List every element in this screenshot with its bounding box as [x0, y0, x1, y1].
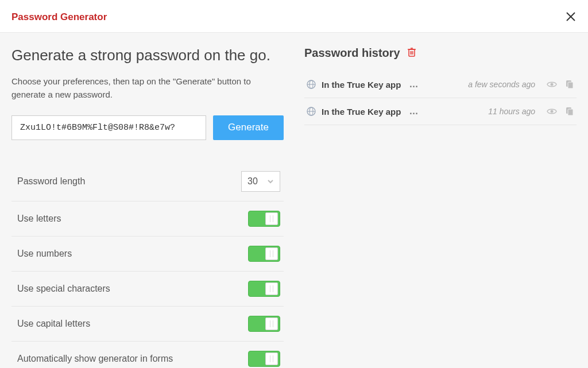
svg-point-17	[551, 110, 554, 113]
history-item-time: a few seconds ago	[468, 80, 535, 89]
history-item-label: In the True Key app	[322, 107, 401, 117]
password-output[interactable]	[11, 115, 206, 140]
svg-rect-19	[568, 109, 573, 115]
svg-rect-13	[568, 82, 573, 88]
option-row-numbers: Use numbers	[11, 237, 284, 272]
history-header: Password history	[304, 47, 577, 60]
history-item-actions	[547, 79, 574, 90]
generator-panel: Generate a strong password on the go. Ch…	[0, 33, 294, 368]
history-item-ellipsis: …	[409, 79, 418, 90]
special-toggle[interactable]	[248, 281, 280, 297]
special-label: Use special characters	[17, 284, 110, 294]
modal-header: Password Generator	[0, 0, 588, 33]
letters-label: Use letters	[17, 214, 61, 224]
copy-button[interactable]	[564, 106, 574, 117]
length-value: 30	[247, 176, 261, 187]
option-row-autoshow: Automatically show generator in forms	[11, 342, 284, 369]
clear-history-button[interactable]	[407, 47, 416, 60]
modal-title: Password Generator	[11, 11, 107, 23]
capital-toggle[interactable]	[248, 316, 280, 332]
generator-heading: Generate a strong password on the go.	[11, 47, 284, 64]
generate-button[interactable]: Generate	[213, 115, 284, 140]
globe-icon	[307, 80, 316, 89]
history-item: In the True Key app … a few seconds ago	[304, 71, 577, 98]
history-title: Password history	[304, 47, 400, 60]
svg-point-11	[551, 83, 554, 86]
capital-label: Use capital letters	[17, 319, 90, 329]
numbers-toggle[interactable]	[248, 246, 280, 262]
length-select[interactable]: 30	[241, 171, 280, 192]
globe-icon	[307, 107, 316, 116]
reveal-button[interactable]	[547, 106, 557, 117]
chevron-down-icon	[267, 178, 274, 185]
option-row-length: Password length 30	[11, 162, 284, 202]
close-button[interactable]	[565, 9, 577, 25]
history-item-ellipsis: …	[409, 106, 418, 117]
letters-toggle[interactable]	[248, 211, 280, 227]
history-item: In the True Key app … 11 hours ago	[304, 98, 577, 125]
autoshow-label: Automatically show generator in forms	[17, 354, 173, 364]
reveal-button[interactable]	[547, 79, 557, 90]
copy-button[interactable]	[564, 79, 574, 90]
history-item-label: In the True Key app	[322, 80, 401, 90]
option-row-special: Use special characters	[11, 272, 284, 307]
trash-icon	[407, 47, 416, 57]
generate-row: Generate	[11, 115, 284, 140]
length-label: Password length	[17, 176, 85, 187]
autoshow-toggle[interactable]	[248, 351, 280, 367]
modal-body: Generate a strong password on the go. Ch…	[0, 33, 588, 368]
generator-subheading: Choose your preferences, then tap on the…	[11, 75, 284, 102]
close-icon	[565, 11, 577, 22]
numbers-label: Use numbers	[17, 249, 72, 259]
history-item-actions	[547, 106, 574, 117]
history-item-time: 11 hours ago	[488, 107, 535, 116]
option-row-letters: Use letters	[11, 202, 284, 237]
option-row-capital: Use capital letters	[11, 307, 284, 342]
history-panel: Password history In the True Key app …	[294, 33, 588, 368]
